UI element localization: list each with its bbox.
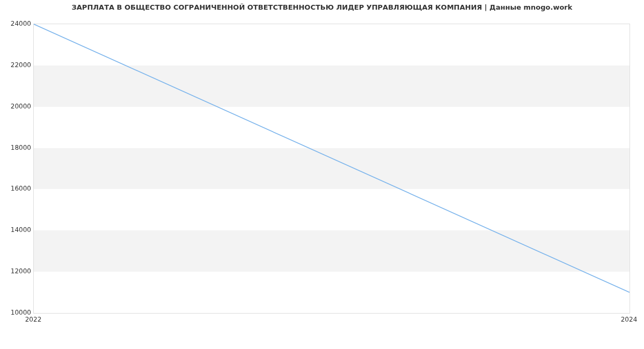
- chart-title: ЗАРПЛАТА В ОБЩЕСТВО СОГРАНИЧЕННОЙ ОТВЕТС…: [0, 3, 644, 11]
- y-tick-label: 20000: [4, 103, 31, 110]
- data-line: [34, 24, 630, 293]
- y-tick-label: 24000: [4, 20, 31, 27]
- y-tick-label: 14000: [4, 226, 31, 234]
- y-tick-label: 22000: [4, 61, 31, 69]
- y-tick-label: 12000: [4, 267, 31, 275]
- x-tick-label: 2022: [25, 316, 42, 323]
- y-tick-label: 18000: [4, 144, 31, 151]
- plot-area: [33, 24, 630, 314]
- y-tick-label: 16000: [4, 185, 31, 192]
- x-tick-label: 2024: [621, 316, 638, 323]
- salary-chart: ЗАРПЛАТА В ОБЩЕСТВО СОГРАНИЧЕННОЙ ОТВЕТС…: [0, 0, 644, 349]
- line-layer: [34, 24, 630, 313]
- y-tick-label: 10000: [4, 309, 31, 316]
